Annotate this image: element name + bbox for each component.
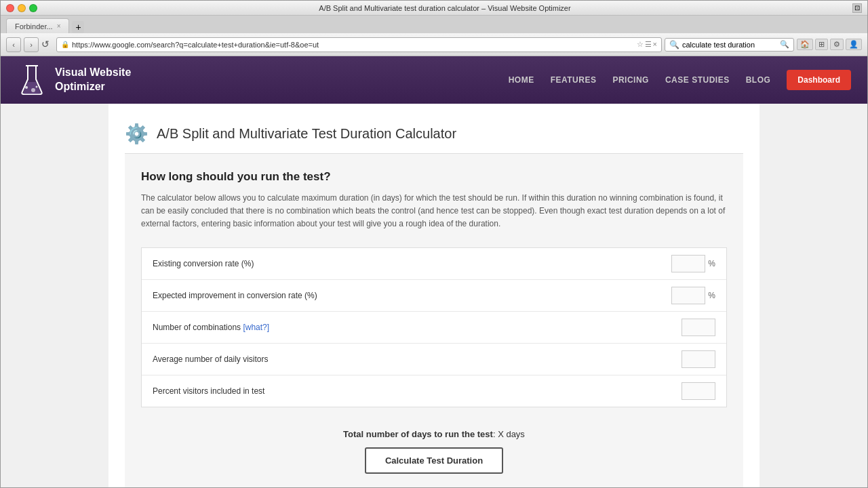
forward-icon: › — [30, 41, 33, 49]
input-wrap-combinations — [682, 319, 715, 336]
form-row-conversion-rate: Existing conversion rate (%) % — [142, 248, 726, 280]
forward-button[interactable]: › — [24, 37, 39, 52]
settings-ext-button[interactable]: ⚙ — [830, 39, 844, 50]
grid-ext-button[interactable]: ⊞ — [815, 39, 828, 50]
page-header: ⚙️ A/B Split and Multivariate Test Durat… — [125, 115, 743, 154]
label-improvement-rate: Expected improvement in conversion rate … — [153, 291, 671, 300]
label-daily-visitors: Average number of daily visitors — [153, 354, 682, 364]
form-row-percent-visitors: Percent visitors included in test — [142, 375, 726, 407]
calculator-form: Existing conversion rate (%) % Expected … — [141, 247, 727, 407]
traffic-lights — [6, 4, 37, 12]
result-value: X days — [498, 429, 525, 439]
address-bar[interactable]: 🔒 https://www.google.com/search?q=calcul… — [56, 37, 662, 52]
bookmark-icon[interactable]: ☆ — [637, 40, 644, 49]
svg-point-2 — [36, 86, 38, 88]
input-wrap-percent-visitors — [682, 382, 715, 400]
reload-icon: ↺ — [41, 39, 50, 49]
label-percent-visitors: Percent visitors included in test — [153, 386, 682, 396]
close-button[interactable] — [6, 4, 14, 12]
input-percent-visitors[interactable] — [682, 382, 715, 400]
user-ext-button[interactable]: 👤 — [846, 39, 862, 50]
input-improvement-rate[interactable] — [671, 287, 705, 304]
logo-icon — [17, 63, 47, 97]
svg-point-1 — [31, 88, 35, 92]
google-search-icon: 🔍 — [669, 40, 679, 49]
form-row-combinations: Number of combinations [what?] — [142, 312, 726, 344]
new-tab-button[interactable]: + — [72, 21, 84, 33]
unit-conversion-rate: % — [708, 259, 715, 268]
nav-blog[interactable]: BLOG — [746, 75, 771, 85]
address-clear-button[interactable]: × — [653, 40, 657, 49]
ssl-lock-icon: 🔒 — [61, 41, 69, 48]
browser-tab[interactable]: Forbinder... × — [6, 18, 69, 33]
nav-links: HOME FEATURES PRICING CASE STUDIES BLOG … — [509, 70, 851, 90]
browser-search-wrap[interactable]: 🔍 🔍 — [665, 38, 794, 52]
minimize-button[interactable] — [18, 4, 26, 12]
logo-text: Visual Website Optimizer — [55, 66, 131, 94]
input-wrap-daily-visitors — [682, 350, 715, 368]
reader-icon[interactable]: ☰ — [645, 40, 652, 49]
section-description: The calculator below allows you to calcu… — [141, 192, 727, 231]
tab-close-button[interactable]: × — [57, 22, 61, 30]
combinations-what-link[interactable]: [what?] — [243, 323, 269, 332]
input-wrap-improvement-rate: % — [671, 287, 715, 304]
window-resize-button[interactable]: ⊡ — [852, 3, 862, 13]
page-header-icon: ⚙️ — [125, 123, 149, 145]
calculator-section: How long should you run the test? The ca… — [125, 154, 743, 488]
back-button[interactable]: ‹ — [6, 37, 21, 52]
browser-toolbar: ‹ › ↺ 🔒 https://www.google.com/search?q=… — [1, 33, 867, 56]
site-content: Visual Website Optimizer HOME FEATURES P… — [1, 56, 867, 488]
label-conversion-rate: Existing conversion rate (%) — [153, 259, 671, 268]
back-icon: ‹ — [12, 41, 15, 49]
calculate-button[interactable]: Calculate Test Duration — [365, 447, 503, 474]
tab-bar: Forbinder... × + — [1, 16, 867, 33]
nav-pricing[interactable]: PRICING — [612, 75, 649, 85]
home-ext-button[interactable]: 🏠 — [797, 39, 813, 50]
title-bar: A/B Split and Multivariate test duration… — [1, 1, 867, 16]
reload-button[interactable]: ↺ — [41, 39, 54, 51]
result-label: Total number of days to run the test — [343, 429, 493, 439]
page-content: ⚙️ A/B Split and Multivariate Test Durat… — [108, 104, 760, 488]
form-row-daily-visitors: Average number of daily visitors — [142, 344, 726, 375]
input-combinations[interactable] — [682, 319, 715, 336]
svg-point-0 — [25, 86, 28, 89]
unit-improvement-rate: % — [708, 291, 715, 300]
page-title: A/B Split and Multivariate Test Duration… — [157, 126, 456, 142]
search-go-icon[interactable]: 🔍 — [780, 40, 789, 49]
section-title: How long should you run the test? — [141, 170, 727, 184]
nav-features[interactable]: FEATURES — [551, 75, 597, 85]
nav-case-studies[interactable]: CASE STUDIES — [665, 75, 730, 85]
tab-label: Forbinder... — [15, 22, 53, 30]
nav-dashboard-button[interactable]: Dashboard — [787, 70, 851, 90]
input-daily-visitors[interactable] — [682, 350, 715, 368]
nav-home[interactable]: HOME — [509, 75, 534, 85]
maximize-button[interactable] — [29, 4, 37, 12]
form-row-improvement-rate: Expected improvement in conversion rate … — [142, 280, 726, 312]
browser-search-input[interactable] — [682, 41, 777, 49]
site-nav: Visual Website Optimizer HOME FEATURES P… — [1, 56, 867, 104]
input-conversion-rate[interactable] — [671, 255, 705, 272]
label-combinations: Number of combinations [what?] — [153, 323, 682, 332]
input-wrap-conversion-rate: % — [671, 255, 715, 272]
address-text: https://www.google.com/search?q=calculat… — [72, 41, 634, 49]
window-title: A/B Split and Multivariate test duration… — [37, 4, 852, 12]
result-row: Total number of days to run the test: X … — [141, 421, 727, 447]
logo-area: Visual Website Optimizer — [17, 63, 509, 97]
